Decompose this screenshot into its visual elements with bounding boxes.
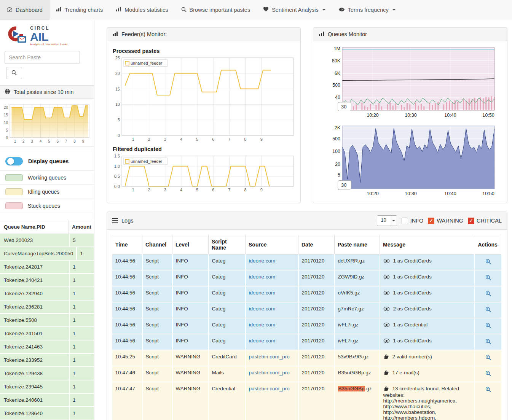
log-time: 10:44:56 bbox=[112, 302, 142, 318]
log-source: pastebin.com_pro bbox=[246, 366, 298, 382]
log-message-text: 2 valid number(s) bbox=[392, 354, 432, 360]
queue-row: Tokenize.2329401 bbox=[0, 287, 94, 301]
show-paste-button[interactable] bbox=[485, 370, 492, 378]
info-checkbox[interactable] bbox=[402, 218, 408, 224]
svg-text:6: 6 bbox=[212, 188, 214, 192]
show-paste-button[interactable] bbox=[485, 354, 492, 362]
stuck-queues-swatch bbox=[5, 202, 23, 209]
interval-input[interactable]: 30 bbox=[338, 102, 351, 111]
show-paste-button[interactable] bbox=[485, 274, 492, 282]
svg-text:2: 2 bbox=[148, 188, 150, 192]
search-paste-button[interactable] bbox=[6, 67, 22, 79]
search-paste-input[interactable] bbox=[5, 51, 80, 64]
show-paste-button[interactable] bbox=[485, 306, 492, 314]
nav-item-modules-statistics[interactable]: Modules statistics bbox=[109, 0, 174, 20]
ail-logo[interactable]: CIRCL AIL Analysis of Information Leaks bbox=[0, 20, 94, 48]
show-paste-button[interactable] bbox=[485, 338, 492, 346]
queue-name: Tokenize.240421 bbox=[0, 274, 70, 286]
log-source-link[interactable]: pastebin.com_pro bbox=[249, 386, 290, 391]
queue-amount: 1 bbox=[70, 301, 94, 313]
warning-checkbox[interactable]: ✓ bbox=[428, 218, 434, 224]
svg-text:20: 20 bbox=[335, 162, 340, 167]
log-script-name: Categ bbox=[209, 318, 246, 334]
log-source-link[interactable]: ideone.com bbox=[249, 274, 276, 280]
log-source-link[interactable]: pastebin.com_pro bbox=[249, 354, 290, 360]
nav-item-sentiment-analysis[interactable]: Sentiment Analysis bbox=[257, 0, 332, 20]
svg-text:3: 3 bbox=[164, 188, 166, 192]
log-source-link[interactable]: ideone.com bbox=[249, 322, 276, 328]
critical-checkbox[interactable]: ✓ bbox=[468, 218, 474, 224]
queue-name: Tokenize.241501 bbox=[0, 327, 70, 340]
log-source: pastebin.com_pro bbox=[246, 382, 298, 420]
nav-item-browse-important-pastes[interactable]: Browse important pastes bbox=[175, 0, 257, 20]
svg-text:15: 15 bbox=[115, 87, 120, 91]
queue-row: Tokenize.2428171 bbox=[0, 261, 94, 274]
svg-text:2: 2 bbox=[148, 137, 150, 142]
log-message-text: 1 as CreditCards bbox=[393, 274, 432, 280]
filter-label: WARNING bbox=[437, 218, 463, 224]
log-source: ideone.com bbox=[246, 270, 298, 286]
queue-name: CurveManageTopSets.200050 bbox=[0, 247, 77, 260]
log-source-link[interactable]: ideone.com bbox=[249, 338, 276, 344]
svg-text:unnamed_feeder: unnamed_feeder bbox=[131, 159, 163, 164]
log-row: 10:44:56ScriptINFOCategideone.com2017012… bbox=[112, 318, 502, 334]
processed-pastes-chart: 0510152025123456789unnamed_feeder bbox=[112, 56, 295, 142]
log-source-link[interactable]: ideone.com bbox=[249, 306, 276, 312]
log-time: 10:47:46 bbox=[112, 366, 142, 382]
svg-text:10:20: 10:20 bbox=[367, 113, 378, 118]
total-pastes-title: Total pastes since 10 min bbox=[14, 89, 73, 95]
svg-text:4: 4 bbox=[180, 137, 182, 142]
svg-text:10: 10 bbox=[4, 121, 8, 125]
log-message-text: 2 as CreditCards bbox=[393, 306, 432, 312]
chevron-down-icon bbox=[392, 9, 396, 11]
log-message: 2 as CreditCards bbox=[380, 302, 475, 318]
log-source-link[interactable]: ideone.com bbox=[249, 258, 276, 264]
show-paste-button[interactable] bbox=[485, 386, 492, 394]
logs-panel: Logs 10 INFO ✓ WARNING ✓ CRITICAL bbox=[107, 212, 507, 420]
queue-name: Web.200023 bbox=[0, 234, 70, 247]
log-date: 20170120 bbox=[298, 255, 335, 270]
nav-item-trending-charts[interactable]: Trending charts bbox=[49, 0, 109, 20]
log-date: 20170120 bbox=[298, 286, 335, 302]
legend-label: Working queues bbox=[28, 175, 66, 181]
svg-text:40: 40 bbox=[335, 95, 340, 100]
log-date: 20170120 bbox=[298, 366, 335, 382]
log-actions bbox=[475, 350, 502, 366]
log-channel: Script bbox=[142, 318, 172, 334]
show-paste-button[interactable] bbox=[485, 322, 492, 330]
page-size-select[interactable]: 10 bbox=[377, 215, 397, 226]
log-message: 1 as Credential bbox=[380, 318, 475, 334]
log-row: 10:47:46ScriptWARNINGMailspastebin.com_p… bbox=[112, 366, 502, 382]
display-queues-toggle[interactable] bbox=[5, 157, 23, 165]
log-channel: Script bbox=[142, 350, 172, 366]
log-level: WARNING bbox=[172, 382, 209, 420]
svg-text:5: 5 bbox=[48, 139, 50, 143]
svg-text:15: 15 bbox=[4, 113, 8, 117]
svg-text:0: 0 bbox=[6, 136, 8, 140]
bar-chart-icon bbox=[56, 7, 62, 13]
filtered-duplicated-chart: 0.00.51.01.5123456789unnamed_feeder bbox=[112, 154, 295, 192]
show-paste-button[interactable] bbox=[485, 290, 492, 298]
log-source-link[interactable]: ideone.com bbox=[249, 290, 276, 296]
svg-text:100: 100 bbox=[332, 149, 340, 154]
feeder-monitor-header: Feeder(s) Monitor: bbox=[107, 28, 300, 41]
interval-input[interactable]: 30 bbox=[338, 180, 351, 189]
svg-text:5: 5 bbox=[196, 188, 198, 192]
log-message: 2 valid number(s) bbox=[380, 350, 475, 366]
filter-info: INFO bbox=[402, 218, 424, 224]
log-message: 1 as CreditCards bbox=[380, 286, 475, 302]
dashboard-icon bbox=[6, 7, 13, 13]
display-queues-label: Display queues bbox=[28, 158, 69, 164]
nav-item-dashboard[interactable]: Dashboard bbox=[0, 0, 49, 20]
log-source-link[interactable]: pastebin.com_pro bbox=[249, 370, 290, 375]
bar-chart-icon bbox=[116, 7, 121, 13]
log-message-text: 1 as Credential bbox=[393, 322, 428, 328]
show-paste-button[interactable] bbox=[485, 258, 492, 266]
svg-text:1M: 1M bbox=[334, 46, 340, 51]
log-paste-name: 53v9Bx9G.gz bbox=[335, 350, 380, 366]
svg-text:4: 4 bbox=[40, 139, 42, 143]
legend-label: Idling queues bbox=[28, 189, 59, 195]
queue-table: Queue Name.PID Amount Web.2000235CurveMa… bbox=[0, 220, 94, 420]
nav-item-terms-frequency[interactable]: Terms frequency bbox=[332, 0, 402, 20]
log-date: 20170120 bbox=[298, 270, 335, 286]
